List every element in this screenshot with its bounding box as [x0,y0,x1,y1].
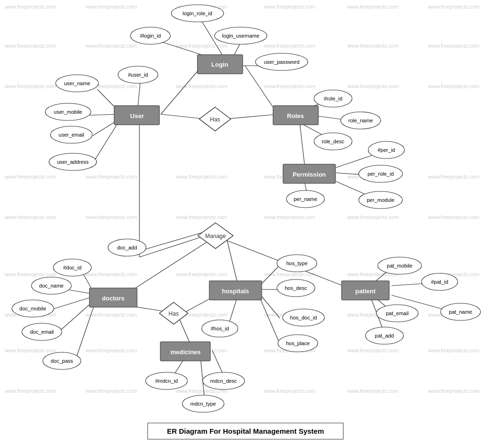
svg-text:www.freeprojectz.com: www.freeprojectz.com [264,388,315,394]
svg-text:www.freeprojectz.com: www.freeprojectz.com [176,43,227,49]
svg-text:www.freeprojectz.com: www.freeprojectz.com [4,271,56,277]
diagram-title: ER Diagram For Hospital Management Syste… [147,423,344,439]
svg-text:#per_id: #per_id [378,147,395,153]
svg-text:#user_id: #user_id [128,72,148,78]
svg-text:Roles: Roles [287,112,304,119]
er-diagram: www.freeprojectz.com www.freeprojectz.co… [0,0,491,448]
svg-text:#hos_id: #hos_id [211,326,229,331]
svg-text:www.freeprojectz.com: www.freeprojectz.com [176,214,227,220]
svg-text:www.freeprojectz.com: www.freeprojectz.com [264,4,315,10]
svg-text:www.freeprojectz.com: www.freeprojectz.com [347,43,399,49]
svg-text:www.freeprojectz.com: www.freeprojectz.com [85,214,137,220]
svg-text:www.freeprojectz.com: www.freeprojectz.com [347,214,399,220]
svg-line-60 [138,81,140,106]
svg-text:Has: Has [168,310,178,317]
svg-text:hospitals: hospitals [222,288,249,295]
svg-text:www.freeprojectz.com: www.freeprojectz.com [85,348,137,353]
svg-line-87 [179,319,189,342]
svg-text:www.freeprojectz.com: www.freeprojectz.com [4,83,56,89]
svg-line-76 [139,236,206,257]
svg-text:#mdcn_id: #mdcn_id [155,378,178,384]
svg-text:www.freeprojectz.com: www.freeprojectz.com [176,174,227,179]
svg-line-66 [225,114,278,119]
svg-text:user_password: user_password [264,59,300,65]
svg-text:www.freeprojectz.com: www.freeprojectz.com [4,348,56,353]
svg-text:pat_add: pat_add [375,333,394,338]
svg-text:Has: Has [210,116,220,123]
svg-text:www.freeprojectz.com: www.freeprojectz.com [176,271,227,277]
svg-text:www.freeprojectz.com: www.freeprojectz.com [85,4,137,10]
svg-text:Permission: Permission [293,171,326,178]
svg-text:www.freeprojectz.com: www.freeprojectz.com [85,43,137,49]
svg-line-65 [161,114,206,119]
svg-text:login_role_id: login_role_id [183,10,212,16]
svg-line-64 [94,123,118,161]
svg-text:hos_type: hos_type [286,260,308,266]
svg-text:www.freeprojectz.com: www.freeprojectz.com [264,83,315,89]
svg-text:per_role_id: per_role_id [367,171,393,177]
svg-text:#role_id: #role_id [324,96,342,101]
svg-text:www.freeprojectz.com: www.freeprojectz.com [428,4,480,10]
svg-text:www.freeprojectz.com: www.freeprojectz.com [428,388,480,394]
svg-text:per_module: per_module [367,197,394,203]
svg-text:www.freeprojectz.com: www.freeprojectz.com [428,348,480,353]
svg-text:User: User [130,112,144,119]
svg-text:pat_name: pat_name [449,309,472,315]
svg-line-70 [300,123,304,164]
svg-text:#doc_id: #doc_id [63,265,82,270]
svg-text:www.freeprojectz.com: www.freeprojectz.com [4,4,56,10]
svg-text:user_mobile: user_mobile [54,109,82,115]
svg-text:doc_name: doc_name [39,283,63,289]
svg-text:doc_add: doc_add [117,245,137,250]
svg-text:user_address: user_address [57,159,89,165]
svg-text:www.freeprojectz.com: www.freeprojectz.com [347,348,399,353]
svg-text:doc_mobile: doc_mobile [20,306,46,311]
svg-line-80 [143,230,211,250]
svg-text:www.freeprojectz.com: www.freeprojectz.com [428,174,480,179]
svg-line-58 [161,66,202,114]
svg-text:per_name: per_name [294,196,317,202]
svg-text:doctors: doctors [102,295,125,302]
svg-line-83 [51,296,95,309]
svg-text:hos_place: hos_place [286,340,310,346]
svg-text:role_name: role_name [348,118,373,123]
svg-text:www.freeprojectz.com: www.freeprojectz.com [347,388,399,394]
svg-text:Login: Login [211,61,228,68]
svg-text:login_username: login_username [222,33,259,39]
svg-text:doc_email: doc_email [30,329,54,335]
svg-text:www.freeprojectz.com: www.freeprojectz.com [4,43,56,49]
svg-text:www.freeprojectz.com: www.freeprojectz.com [85,174,137,179]
svg-text:www.freeprojectz.com: www.freeprojectz.com [347,83,399,89]
svg-text:www.freeprojectz.com: www.freeprojectz.com [428,83,480,89]
svg-text:www.freeprojectz.com: www.freeprojectz.com [264,43,315,49]
svg-text:#pat_id: #pat_id [431,279,448,285]
svg-text:hos_desc: hos_desc [285,285,307,291]
svg-text:www.freeprojectz.com: www.freeprojectz.com [4,214,56,220]
svg-text:Manage: Manage [205,233,226,239]
svg-text:mdcn_desc: mdcn_desc [210,378,237,384]
svg-line-92 [260,298,280,344]
svg-text:#login_id: #login_id [140,33,161,39]
svg-text:hos_doc_id: hos_doc_id [290,315,317,320]
svg-text:pat_email: pat_email [386,310,409,316]
svg-text:www.freeprojectz.com: www.freeprojectz.com [85,388,137,394]
svg-text:mdcn_type: mdcn_type [190,401,216,407]
svg-text:www.freeprojectz.com: www.freeprojectz.com [428,214,480,220]
svg-text:www.freeprojectz.com: www.freeprojectz.com [428,43,480,49]
svg-text:medicines: medicines [170,348,201,356]
svg-text:www.freeprojectz.com: www.freeprojectz.com [347,4,399,10]
svg-text:www.freeprojectz.com: www.freeprojectz.com [4,388,56,394]
svg-text:www.freeprojectz.com: www.freeprojectz.com [264,214,315,220]
svg-text:www.freeprojectz.com: www.freeprojectz.com [85,271,137,277]
svg-text:role_desc: role_desc [322,139,344,144]
svg-text:www.freeprojectz.com: www.freeprojectz.com [4,174,56,179]
svg-text:user_name: user_name [64,80,90,86]
svg-line-62 [89,114,118,115]
svg-text:user_email: user_email [59,132,84,138]
svg-text:doc_pass: doc_pass [50,358,73,364]
svg-text:www.freeprojectz.com: www.freeprojectz.com [85,312,137,318]
svg-text:patient: patient [355,288,376,295]
svg-text:pat_mobile: pat_mobile [387,263,412,269]
